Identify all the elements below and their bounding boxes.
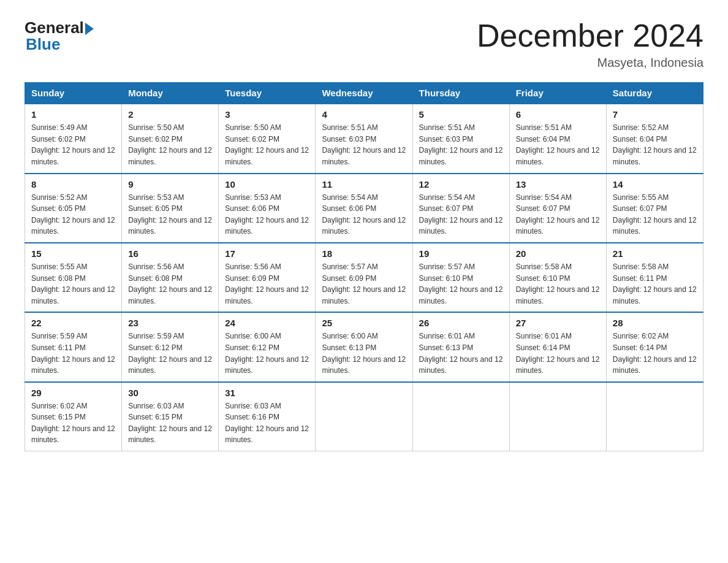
calendar-day-cell: 21 Sunrise: 5:58 AM Sunset: 6:11 PM Dayl…: [606, 243, 703, 312]
day-number: 20: [516, 248, 600, 259]
calendar-day-cell: 2 Sunrise: 5:50 AM Sunset: 6:02 PM Dayli…: [122, 104, 219, 173]
calendar-day-cell: 29 Sunrise: 6:02 AM Sunset: 6:15 PM Dayl…: [25, 382, 122, 451]
calendar-day-cell: 31 Sunrise: 6:03 AM Sunset: 6:16 PM Dayl…: [219, 382, 316, 451]
col-saturday: Saturday: [606, 83, 703, 104]
day-info: Sunrise: 5:51 AM Sunset: 6:04 PM Dayligh…: [516, 122, 600, 167]
day-number: 26: [419, 318, 503, 328]
calendar-day-cell: 13 Sunrise: 5:54 AM Sunset: 6:07 PM Dayl…: [509, 174, 606, 243]
col-friday: Friday: [509, 83, 606, 104]
day-number: 17: [225, 248, 309, 259]
day-info: Sunrise: 5:55 AM Sunset: 6:08 PM Dayligh…: [31, 261, 115, 307]
calendar-day-cell: 27 Sunrise: 6:01 AM Sunset: 6:14 PM Dayl…: [509, 312, 606, 381]
day-info: Sunrise: 5:58 AM Sunset: 6:11 PM Dayligh…: [613, 261, 697, 307]
day-info: Sunrise: 5:51 AM Sunset: 6:03 PM Dayligh…: [419, 122, 503, 167]
logo-blue-text: Blue: [26, 35, 60, 54]
calendar-day-cell: 19 Sunrise: 5:57 AM Sunset: 6:10 PM Dayl…: [412, 243, 509, 312]
calendar-day-cell: 25 Sunrise: 6:00 AM Sunset: 6:13 PM Dayl…: [316, 312, 412, 381]
day-info: Sunrise: 6:02 AM Sunset: 6:15 PM Dayligh…: [31, 400, 115, 446]
calendar-day-cell: 23 Sunrise: 5:59 AM Sunset: 6:12 PM Dayl…: [122, 312, 219, 381]
calendar-day-cell: 12 Sunrise: 5:54 AM Sunset: 6:07 PM Dayl…: [412, 174, 509, 243]
day-info: Sunrise: 6:01 AM Sunset: 6:13 PM Dayligh…: [419, 331, 503, 376]
calendar-day-cell: 15 Sunrise: 5:55 AM Sunset: 6:08 PM Dayl…: [25, 243, 122, 312]
col-thursday: Thursday: [412, 83, 509, 104]
logo-triangle-icon: [85, 23, 94, 35]
day-info: Sunrise: 5:54 AM Sunset: 6:07 PM Dayligh…: [516, 192, 600, 237]
day-info: Sunrise: 5:58 AM Sunset: 6:10 PM Dayligh…: [516, 261, 600, 307]
col-monday: Monday: [122, 83, 219, 104]
calendar-day-cell: 24 Sunrise: 6:00 AM Sunset: 6:12 PM Dayl…: [219, 312, 316, 381]
day-number: 10: [225, 179, 309, 190]
day-number: 18: [322, 248, 406, 259]
day-number: 14: [613, 179, 697, 190]
calendar-day-cell: 28 Sunrise: 6:02 AM Sunset: 6:14 PM Dayl…: [606, 312, 703, 381]
location-subtitle: Masyeta, Indonesia: [477, 56, 703, 70]
day-number: 8: [31, 179, 115, 190]
day-number: 2: [128, 109, 212, 120]
day-number: 4: [322, 109, 406, 120]
day-number: 22: [31, 318, 115, 328]
calendar-day-cell: 7 Sunrise: 5:52 AM Sunset: 6:04 PM Dayli…: [606, 104, 703, 173]
calendar-day-cell: 6 Sunrise: 5:51 AM Sunset: 6:04 PM Dayli…: [509, 104, 606, 173]
day-info: Sunrise: 5:49 AM Sunset: 6:02 PM Dayligh…: [31, 122, 115, 167]
calendar-day-cell: 8 Sunrise: 5:52 AM Sunset: 6:05 PM Dayli…: [25, 174, 122, 243]
calendar-day-cell: [606, 382, 703, 451]
col-tuesday: Tuesday: [219, 83, 316, 104]
calendar-day-cell: 30 Sunrise: 6:03 AM Sunset: 6:15 PM Dayl…: [122, 382, 219, 451]
day-info: Sunrise: 5:53 AM Sunset: 6:05 PM Dayligh…: [128, 192, 212, 237]
day-info: Sunrise: 5:53 AM Sunset: 6:06 PM Dayligh…: [225, 192, 309, 237]
day-number: 15: [31, 248, 115, 259]
day-number: 9: [128, 179, 212, 190]
day-info: Sunrise: 5:56 AM Sunset: 6:09 PM Dayligh…: [225, 261, 309, 307]
month-title: December 2024: [477, 18, 703, 53]
calendar-day-cell: 22 Sunrise: 5:59 AM Sunset: 6:11 PM Dayl…: [25, 312, 122, 381]
day-number: 25: [322, 318, 406, 328]
calendar-day-cell: 9 Sunrise: 5:53 AM Sunset: 6:05 PM Dayli…: [122, 174, 219, 243]
calendar-week-row: 22 Sunrise: 5:59 AM Sunset: 6:11 PM Dayl…: [25, 312, 703, 381]
day-info: Sunrise: 5:55 AM Sunset: 6:07 PM Dayligh…: [613, 192, 697, 237]
calendar-day-cell: 3 Sunrise: 5:50 AM Sunset: 6:02 PM Dayli…: [219, 104, 316, 173]
day-info: Sunrise: 6:00 AM Sunset: 6:12 PM Dayligh…: [225, 331, 309, 376]
calendar-day-cell: 1 Sunrise: 5:49 AM Sunset: 6:02 PM Dayli…: [25, 104, 122, 173]
day-info: Sunrise: 5:54 AM Sunset: 6:07 PM Dayligh…: [419, 192, 503, 237]
calendar-day-cell: 18 Sunrise: 5:57 AM Sunset: 6:09 PM Dayl…: [316, 243, 412, 312]
day-number: 23: [128, 318, 212, 328]
title-area: December 2024 Masyeta, Indonesia: [477, 18, 703, 70]
calendar-day-cell: 20 Sunrise: 5:58 AM Sunset: 6:10 PM Dayl…: [509, 243, 606, 312]
day-info: Sunrise: 5:56 AM Sunset: 6:08 PM Dayligh…: [128, 261, 212, 307]
day-info: Sunrise: 5:59 AM Sunset: 6:11 PM Dayligh…: [31, 331, 115, 376]
day-info: Sunrise: 5:57 AM Sunset: 6:09 PM Dayligh…: [322, 261, 406, 307]
day-number: 29: [31, 388, 115, 398]
calendar-week-row: 15 Sunrise: 5:55 AM Sunset: 6:08 PM Dayl…: [25, 243, 703, 312]
header: General Blue December 2024 Masyeta, Indo…: [25, 18, 703, 70]
day-number: 16: [128, 248, 212, 259]
col-sunday: Sunday: [25, 83, 122, 104]
calendar-day-cell: 17 Sunrise: 5:56 AM Sunset: 6:09 PM Dayl…: [219, 243, 316, 312]
day-number: 6: [516, 109, 600, 120]
day-number: 24: [225, 318, 309, 328]
calendar-day-cell: 5 Sunrise: 5:51 AM Sunset: 6:03 PM Dayli…: [412, 104, 509, 173]
day-info: Sunrise: 6:02 AM Sunset: 6:14 PM Dayligh…: [613, 331, 697, 376]
calendar-week-row: 8 Sunrise: 5:52 AM Sunset: 6:05 PM Dayli…: [25, 174, 703, 243]
day-number: 28: [613, 318, 697, 328]
day-info: Sunrise: 5:50 AM Sunset: 6:02 PM Dayligh…: [128, 122, 212, 167]
day-number: 12: [419, 179, 503, 190]
day-number: 31: [225, 388, 309, 398]
day-info: Sunrise: 5:51 AM Sunset: 6:03 PM Dayligh…: [322, 122, 406, 167]
col-wednesday: Wednesday: [316, 83, 412, 104]
day-info: Sunrise: 6:03 AM Sunset: 6:15 PM Dayligh…: [128, 400, 212, 446]
logo: General Blue: [25, 18, 94, 54]
day-info: Sunrise: 6:01 AM Sunset: 6:14 PM Dayligh…: [516, 331, 600, 376]
calendar-header-row: Sunday Monday Tuesday Wednesday Thursday…: [25, 83, 703, 104]
calendar-day-cell: [509, 382, 606, 451]
day-info: Sunrise: 6:03 AM Sunset: 6:16 PM Dayligh…: [225, 400, 309, 446]
day-info: Sunrise: 5:52 AM Sunset: 6:05 PM Dayligh…: [31, 192, 115, 237]
day-info: Sunrise: 5:59 AM Sunset: 6:12 PM Dayligh…: [128, 331, 212, 376]
calendar-day-cell: [316, 382, 412, 451]
calendar-day-cell: 4 Sunrise: 5:51 AM Sunset: 6:03 PM Dayli…: [316, 104, 412, 173]
day-number: 30: [128, 388, 212, 398]
day-info: Sunrise: 5:52 AM Sunset: 6:04 PM Dayligh…: [613, 122, 697, 167]
day-info: Sunrise: 6:00 AM Sunset: 6:13 PM Dayligh…: [322, 331, 406, 376]
day-number: 19: [419, 248, 503, 259]
day-info: Sunrise: 5:57 AM Sunset: 6:10 PM Dayligh…: [419, 261, 503, 307]
day-number: 1: [31, 109, 115, 120]
